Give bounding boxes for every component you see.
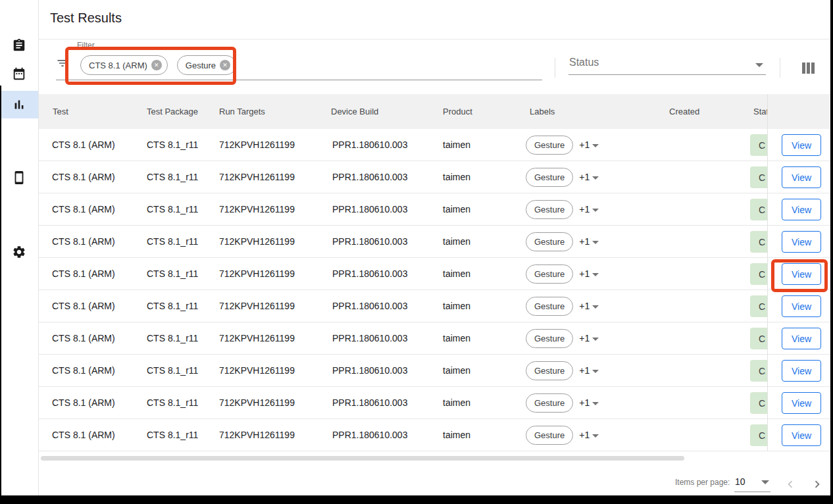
cell-test-package: CTS 8.1_r11 <box>147 387 198 418</box>
calendar-icon <box>12 66 26 81</box>
chevron-down-icon <box>592 338 599 341</box>
cell-labels: Gesture +1 <box>526 161 599 193</box>
cell-action: View <box>767 322 830 354</box>
column-header-device-build: Device Build <box>331 94 378 129</box>
horizontal-scrollbar[interactable] <box>41 456 684 461</box>
more-labels-expander[interactable]: +1 <box>579 139 599 150</box>
settings-gear-icon <box>12 245 26 259</box>
label-chip[interactable]: Gesture <box>526 393 573 413</box>
previous-page-button[interactable] <box>783 477 797 491</box>
label-chip[interactable]: Gesture <box>526 200 573 219</box>
table-row: CTS 8.1 (ARM) CTS 8.1_r11 712KPVH1261199… <box>39 387 830 419</box>
chevron-left-icon <box>783 477 797 491</box>
bar-chart-icon <box>12 97 26 112</box>
more-labels-expander[interactable]: +1 <box>579 204 599 214</box>
more-labels-count: +1 <box>579 204 590 214</box>
cell-run-targets: 712KPVH1261199 <box>219 322 295 354</box>
cell-run-targets: 712KPVH1261199 <box>219 193 295 225</box>
sidebar-item-test-results[interactable] <box>0 91 38 118</box>
dropdown-arrow-icon <box>755 63 763 67</box>
view-button[interactable]: View <box>782 231 821 253</box>
cell-product: taimen <box>443 161 470 193</box>
filter-chip[interactable]: CTS 8.1 (ARM) ✕ <box>80 55 168 75</box>
label-chip[interactable]: Gesture <box>526 265 573 284</box>
cell-run-targets: 712KPVH1261199 <box>219 258 295 290</box>
cell-action: View <box>767 258 830 290</box>
cell-action: View <box>767 193 830 225</box>
view-button[interactable]: View <box>782 263 821 285</box>
page-size-underline <box>734 491 770 492</box>
column-header-test-package: Test Package <box>147 94 198 129</box>
column-settings-button[interactable] <box>797 57 819 79</box>
status-badge: C <box>750 360 767 382</box>
status-dropdown-placeholder: Status <box>569 57 599 68</box>
app-window: Test Results Filter CTS 8.1 (ARM) ✕ Gest… <box>0 0 830 495</box>
more-labels-expander[interactable]: +1 <box>579 333 599 343</box>
cell-action: View <box>767 161 830 193</box>
view-button[interactable]: View <box>782 295 821 317</box>
view-button[interactable]: View <box>782 199 821 220</box>
status-badge: C <box>750 231 767 253</box>
more-labels-expander[interactable]: +1 <box>579 172 599 182</box>
filter-field-label: Filter <box>77 41 95 50</box>
cell-test: CTS 8.1 (ARM) <box>52 129 115 161</box>
more-labels-expander[interactable]: +1 <box>579 301 599 311</box>
cancel-icon[interactable]: ✕ <box>151 60 162 70</box>
cell-device-build: PPR1.180610.003 <box>332 193 407 225</box>
view-button[interactable]: View <box>782 166 821 188</box>
label-chip[interactable]: Gesture <box>526 168 573 187</box>
cell-test: CTS 8.1 (ARM) <box>52 258 115 290</box>
view-button[interactable]: View <box>782 328 821 349</box>
cell-status: C <box>750 328 767 349</box>
cell-test-package: CTS 8.1_r11 <box>147 258 198 290</box>
view-button[interactable]: View <box>782 134 821 156</box>
more-labels-expander[interactable]: +1 <box>579 236 599 247</box>
more-labels-expander[interactable]: +1 <box>579 397 599 408</box>
chevron-down-icon <box>592 209 599 212</box>
cell-labels: Gesture +1 <box>526 258 599 290</box>
cell-labels: Gesture +1 <box>526 387 599 418</box>
view-button[interactable]: View <box>782 392 821 414</box>
status-underline <box>568 74 766 75</box>
sidebar-item-devices[interactable] <box>0 164 38 191</box>
label-chip[interactable]: Gesture <box>526 426 573 445</box>
more-labels-count: +1 <box>579 139 590 150</box>
cell-device-build: PPR1.180610.003 <box>332 129 407 161</box>
cell-device-build: PPR1.180610.003 <box>332 258 407 290</box>
filter-chip[interactable]: Gesture ✕ <box>177 55 236 75</box>
cell-status: C <box>750 134 767 156</box>
more-labels-count: +1 <box>579 268 590 279</box>
cell-product: taimen <box>443 419 470 451</box>
cell-labels: Gesture +1 <box>526 322 599 354</box>
table-body: CTS 8.1 (ARM) CTS 8.1_r11 712KPVH1261199… <box>39 129 830 451</box>
cell-status: C <box>750 263 767 285</box>
sidebar-item-schedule[interactable] <box>0 60 38 88</box>
sidebar-item-tests[interactable] <box>0 32 38 59</box>
cell-device-build: PPR1.180610.003 <box>332 322 407 354</box>
label-chip[interactable]: Gesture <box>526 329 573 348</box>
cell-test-package: CTS 8.1_r11 <box>147 161 198 193</box>
label-chip[interactable]: Gesture <box>526 232 573 251</box>
more-labels-expander[interactable]: +1 <box>579 430 599 440</box>
cancel-icon[interactable]: ✕ <box>220 60 230 70</box>
label-chip[interactable]: Gesture <box>526 361 573 380</box>
label-chip[interactable]: Gesture <box>526 297 573 316</box>
status-dropdown[interactable]: Status <box>569 57 767 76</box>
cell-device-build: PPR1.180610.003 <box>332 355 407 386</box>
sidebar-item-settings[interactable] <box>0 238 38 266</box>
cell-product: taimen <box>443 193 470 225</box>
more-labels-expander[interactable]: +1 <box>579 268 599 279</box>
cell-run-targets: 712KPVH1261199 <box>219 226 295 257</box>
label-chip[interactable]: Gesture <box>526 136 573 155</box>
filter-input[interactable]: CTS 8.1 (ARM) ✕ Gesture ✕ <box>80 55 236 75</box>
next-page-button[interactable] <box>810 477 824 491</box>
view-button[interactable]: View <box>782 360 821 382</box>
cell-action: View <box>767 355 830 386</box>
view-columns-icon <box>802 63 815 74</box>
cell-test-package: CTS 8.1_r11 <box>147 322 198 354</box>
more-labels-expander[interactable]: +1 <box>579 365 599 376</box>
view-button[interactable]: View <box>782 424 821 446</box>
cell-run-targets: 712KPVH1261199 <box>219 387 295 418</box>
chevron-down-icon <box>592 402 599 405</box>
table-row: CTS 8.1 (ARM) CTS 8.1_r11 712KPVH1261199… <box>39 129 830 161</box>
